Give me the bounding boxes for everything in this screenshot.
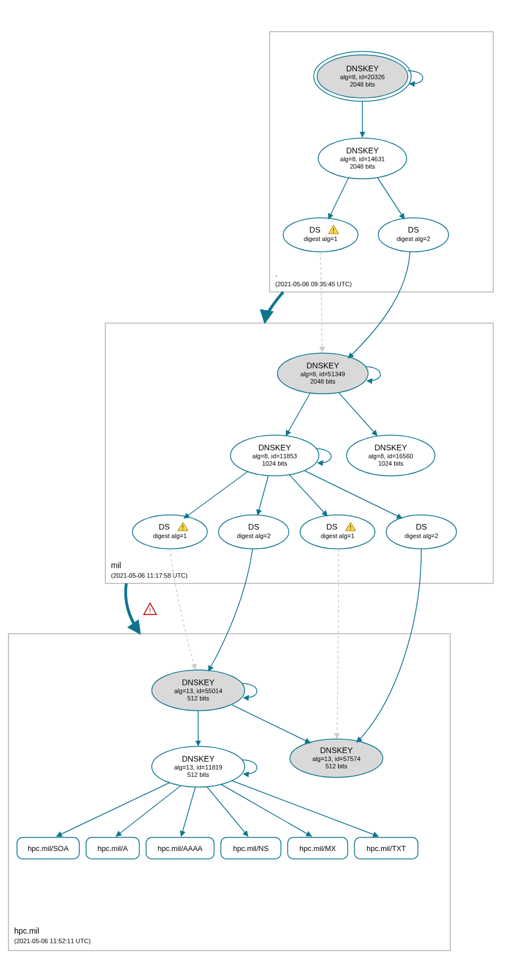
edge bbox=[232, 781, 378, 836]
svg-text:2048 bits: 2048 bits bbox=[350, 81, 375, 88]
svg-point-9 bbox=[283, 218, 358, 252]
node-mil-ksk: DNSKEY alg=8, id=51349 2048 bits bbox=[277, 353, 368, 394]
svg-text:alg=8, id=51349: alg=8, id=51349 bbox=[301, 371, 345, 377]
svg-text:alg=13, id=57574: alg=13, id=57574 bbox=[312, 755, 360, 762]
svg-text:digest alg=2: digest alg=2 bbox=[237, 532, 271, 539]
edge-insecure bbox=[170, 549, 195, 669]
svg-text:2048 bits: 2048 bits bbox=[350, 163, 375, 170]
svg-text:!: ! bbox=[332, 227, 334, 234]
svg-text:DNSKEY: DNSKEY bbox=[346, 146, 379, 155]
zone-hpc-time: (2021-05-06 11:52:11 UTC) bbox=[14, 938, 91, 944]
svg-text:DS: DS bbox=[326, 522, 337, 531]
svg-text:digest alg=1: digest alg=1 bbox=[153, 532, 187, 539]
zone-root-label: . bbox=[275, 269, 277, 278]
svg-text:digest alg=1: digest alg=1 bbox=[304, 235, 338, 242]
svg-text:!: ! bbox=[182, 525, 183, 531]
edge bbox=[339, 393, 377, 436]
edge bbox=[57, 783, 170, 836]
svg-text:alg=13, id=11819: alg=13, id=11819 bbox=[174, 764, 222, 771]
svg-text:DNSKEY: DNSKEY bbox=[258, 443, 291, 452]
svg-text:!: ! bbox=[149, 608, 151, 614]
svg-text:DNSKEY: DNSKEY bbox=[320, 746, 353, 755]
node-hpc-ksk2: DNSKEY alg=13, id=57574 512 bits bbox=[290, 739, 383, 777]
edge bbox=[221, 784, 311, 836]
svg-text:DNSKEY: DNSKEY bbox=[182, 678, 215, 687]
edge-insecure bbox=[337, 549, 339, 738]
node-hpc-zsk: DNSKEY alg=13, id=11819 512 bits bbox=[152, 746, 245, 787]
node-root-ds2: DS digest alg=2 bbox=[378, 218, 449, 252]
node-hpc-ksk1: DNSKEY alg=13, id=55014 512 bits bbox=[152, 670, 245, 711]
svg-text:hpc.mil/MX: hpc.mil/MX bbox=[300, 844, 336, 853]
svg-text:alg=8, id=14631: alg=8, id=14631 bbox=[340, 156, 385, 162]
zone-root-time: (2021-05-06 09:35:45 UTC) bbox=[275, 281, 352, 287]
edge bbox=[181, 787, 195, 836]
svg-point-35 bbox=[300, 515, 375, 549]
svg-text:1024 bits: 1024 bits bbox=[262, 460, 288, 467]
node-mil-ds3: DS digest alg=1 ! bbox=[300, 515, 375, 549]
edge bbox=[286, 393, 310, 436]
edge bbox=[207, 786, 248, 836]
svg-text:!: ! bbox=[349, 525, 351, 531]
delegation-arrow bbox=[126, 583, 139, 633]
node-mil-zsk1: DNSKEY alg=8, id=11853 1024 bits bbox=[230, 435, 319, 476]
svg-text:hpc.mil/A: hpc.mil/A bbox=[97, 844, 128, 853]
svg-text:hpc.mil/NS: hpc.mil/NS bbox=[233, 844, 269, 853]
edge-insecure bbox=[321, 252, 322, 352]
svg-text:DNSKEY: DNSKEY bbox=[346, 64, 379, 73]
svg-text:alg=8, id=16560: alg=8, id=16560 bbox=[369, 453, 413, 459]
svg-text:DS: DS bbox=[408, 225, 418, 234]
edge bbox=[184, 471, 248, 518]
node-mil-ds1: DS digest alg=1 ! bbox=[133, 515, 207, 549]
svg-text:DNSKEY: DNSKEY bbox=[306, 361, 339, 370]
svg-text:digest alg=2: digest alg=2 bbox=[396, 235, 430, 242]
svg-point-32 bbox=[219, 515, 289, 549]
edge bbox=[208, 549, 253, 671]
delegation-warning-icon: ! bbox=[144, 603, 156, 614]
svg-text:DS: DS bbox=[416, 522, 426, 531]
svg-text:1024 bits: 1024 bits bbox=[378, 460, 404, 467]
svg-text:alg=8, id=20326: alg=8, id=20326 bbox=[340, 74, 385, 80]
node-mil-ds2: DS digest alg=2 bbox=[219, 515, 289, 549]
edge bbox=[305, 471, 402, 518]
node-root-zsk: DNSKEY alg=8, id=14631 2048 bits bbox=[318, 138, 407, 179]
svg-point-28 bbox=[133, 515, 207, 549]
node-mil-ds4: DS digest alg=2 bbox=[386, 515, 456, 549]
svg-text:DNSKEY: DNSKEY bbox=[182, 754, 215, 763]
svg-point-39 bbox=[386, 515, 456, 549]
edge bbox=[357, 549, 421, 742]
svg-text:alg=13, id=55014: alg=13, id=55014 bbox=[174, 687, 222, 694]
svg-text:hpc.mil/AAAA: hpc.mil/AAAA bbox=[157, 844, 203, 853]
edge bbox=[289, 474, 327, 516]
edge bbox=[377, 177, 404, 219]
zone-hpc-label: hpc.mil bbox=[14, 926, 39, 935]
node-root-ds1: DS digest alg=1 ! bbox=[283, 218, 358, 252]
edge bbox=[258, 475, 268, 515]
zone-mil-time: (2021-05-06 11:17:58 UTC) bbox=[111, 572, 187, 579]
edge bbox=[328, 177, 349, 219]
svg-text:alg=8, id=11853: alg=8, id=11853 bbox=[253, 453, 297, 459]
svg-text:2048 bits: 2048 bits bbox=[310, 378, 336, 385]
edge bbox=[348, 252, 410, 358]
svg-text:hpc.mil/TXT: hpc.mil/TXT bbox=[366, 844, 405, 853]
svg-text:digest alg=2: digest alg=2 bbox=[404, 532, 438, 539]
edge bbox=[232, 705, 310, 743]
svg-text:512 bits: 512 bits bbox=[187, 695, 210, 702]
delegation-arrow bbox=[265, 292, 283, 321]
svg-text:DS: DS bbox=[159, 522, 169, 531]
svg-text:hpc.mil/SOA: hpc.mil/SOA bbox=[28, 844, 69, 853]
node-mil-zsk2: DNSKEY alg=8, id=16560 1024 bits bbox=[347, 435, 435, 476]
svg-text:DNSKEY: DNSKEY bbox=[374, 443, 407, 452]
svg-point-13 bbox=[378, 218, 449, 252]
node-root-ksk: DNSKEY alg=8, id=20326 2048 bits bbox=[314, 51, 411, 101]
svg-text:digest alg=1: digest alg=1 bbox=[321, 532, 355, 539]
svg-text:512 bits: 512 bits bbox=[187, 771, 210, 778]
svg-text:DS: DS bbox=[248, 522, 259, 531]
zone-mil-label: mil bbox=[111, 561, 121, 570]
svg-text:DS: DS bbox=[309, 225, 320, 234]
rr-row: hpc.mil/SOA hpc.mil/A hpc.mil/AAAA hpc.m… bbox=[17, 837, 418, 859]
svg-text:512 bits: 512 bits bbox=[326, 763, 348, 770]
